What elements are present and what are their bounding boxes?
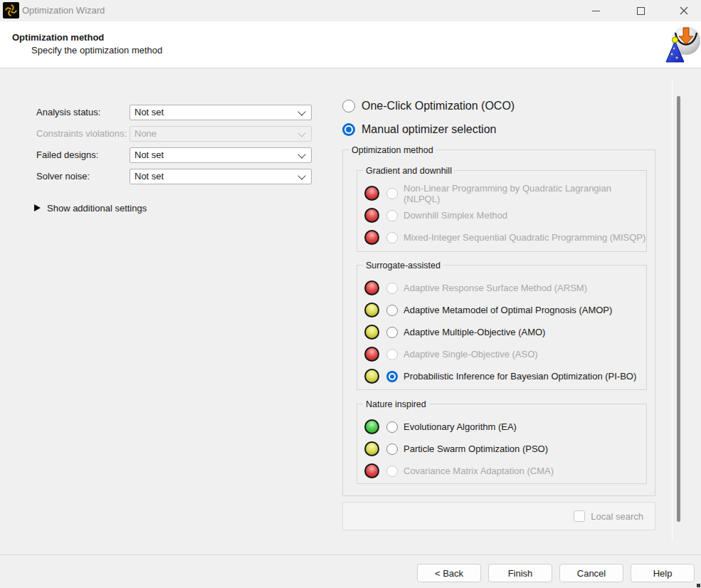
finish-button[interactable]: Finish <box>488 564 552 582</box>
method-row-ea[interactable]: Evolutionary Algorithm (EA) <box>357 416 646 438</box>
show-additional-settings-toggle[interactable]: Show additional settings <box>34 202 147 214</box>
wizard-hat-optimizer-icon <box>664 24 701 65</box>
method-row-pso[interactable]: Particle Swarm Optimization (PSO) <box>357 438 646 460</box>
optimization-method-group-title: Optimization method <box>349 145 436 156</box>
status-indicator-icon <box>364 419 379 434</box>
analysis-status-select[interactable]: Not set <box>130 105 312 120</box>
gradient-downhill-group: Gradient and downhill Non-Linear Program… <box>357 170 647 252</box>
method-radio-pibo[interactable] <box>386 371 398 382</box>
solver-noise-select[interactable]: Not set <box>130 169 312 184</box>
field-label: Solver noise: <box>36 169 90 184</box>
maximize-icon <box>637 7 645 15</box>
method-radio-amo[interactable] <box>386 327 398 338</box>
method-row-pibo[interactable]: Probabilistic Inference for Bayesian Opt… <box>357 365 646 387</box>
method-radio-ea[interactable] <box>386 421 398 433</box>
status-indicator-icon <box>364 303 379 317</box>
show-additional-settings-label: Show additional settings <box>47 203 147 214</box>
settings-field-row: Analysis status: Not set <box>36 105 313 120</box>
cancel-button[interactable]: Cancel <box>559 564 623 582</box>
status-indicator-icon <box>364 463 379 478</box>
optimization-method-group: Optimization method Gradient and downhil… <box>342 149 655 496</box>
optimization-wizard-window: Optimization Wizard Optimization method … <box>0 0 701 588</box>
mode-option-label: Manual optimizer selection <box>362 123 496 136</box>
method-row-amo[interactable]: Adaptive Multiple-Objective (AMO) <box>357 321 646 343</box>
mode-option-label: One-Click Optimization (OCO) <box>362 100 515 112</box>
status-indicator-icon <box>364 347 379 362</box>
field-select-value: Not set <box>135 148 164 162</box>
method-row-amop[interactable]: Adaptive Metamodel of Optimal Prognosis … <box>357 299 646 321</box>
method-label: Adaptive Metamodel of Optimal Prognosis … <box>404 305 612 315</box>
method-label: Non-Linear Programming by Quadratic Lagr… <box>404 183 646 204</box>
method-row-nlpql: Non-Linear Programming by Quadratic Lagr… <box>357 182 646 204</box>
field-label: Failed designs: <box>36 147 98 163</box>
mode-radio-manual[interactable] <box>342 123 355 136</box>
method-row-simplex: Downhill Simplex Method <box>357 204 646 226</box>
minimize-icon <box>592 11 600 11</box>
page-subtitle: Specify the optimization method <box>31 45 162 56</box>
expand-arrow-icon <box>34 204 41 211</box>
local-search-checkbox <box>574 510 585 522</box>
field-label: Constraints violations: <box>36 126 127 142</box>
help-button[interactable]: Help <box>631 564 695 582</box>
method-radio-cma <box>386 466 398 477</box>
wizard-page-header: Optimization method Specify the optimiza… <box>0 21 701 68</box>
method-label: Covariance Matrix Adaptation (CMA) <box>404 466 554 476</box>
constraints-violations-select: None <box>130 126 312 142</box>
method-radio-aso <box>386 349 398 360</box>
settings-field-row: Solver noise: Not set <box>36 169 313 184</box>
method-row-arsm: Adaptive Response Surface Method (ARSM) <box>357 277 646 299</box>
status-indicator-icon <box>364 208 379 223</box>
local-search-label: Local search <box>591 511 643 522</box>
status-indicator-icon <box>364 186 379 201</box>
status-indicator-icon <box>364 325 379 340</box>
close-icon <box>680 6 688 15</box>
app-logo-icon <box>3 2 19 19</box>
settings-field-row: Constraints violations: None <box>36 126 313 142</box>
field-label: Analysis status: <box>36 105 100 120</box>
mode-radio-oco[interactable] <box>342 100 355 112</box>
chevron-down-icon <box>297 107 305 115</box>
status-indicator-icon <box>364 230 379 245</box>
method-radio-simplex <box>386 210 398 221</box>
status-indicator-icon <box>364 280 379 295</box>
close-button[interactable] <box>668 0 700 21</box>
method-label: Adaptive Multiple-Objective (AMO) <box>404 327 545 337</box>
status-indicator-icon <box>364 369 379 384</box>
chevron-down-icon <box>297 172 305 179</box>
field-select-value: Not set <box>135 105 164 120</box>
chevron-down-icon <box>297 129 305 137</box>
back-button[interactable]: < Back <box>417 564 481 582</box>
method-label: Particle Swarm Optimization (PSO) <box>404 443 548 454</box>
method-row-aso: Adaptive Single-Objective (ASO) <box>357 343 646 365</box>
minimize-button[interactable] <box>579 0 612 21</box>
field-select-value: None <box>135 127 157 141</box>
method-radio-nlpql <box>386 188 398 199</box>
resize-grip[interactable] <box>697 584 700 587</box>
method-row-misqp: Mixed-Integer Sequential Quadratic Progr… <box>357 226 646 248</box>
scrollbar-thumb[interactable] <box>677 96 680 522</box>
gradient-downhill-group-title: Gradient and downhill <box>363 165 455 177</box>
mode-option-manual[interactable]: Manual optimizer selection <box>342 122 496 137</box>
window-title: Optimization Wizard <box>22 0 105 21</box>
status-indicator-icon <box>364 441 379 456</box>
method-radio-pso[interactable] <box>386 443 398 455</box>
nature-inspired-group: Nature inspired Evolutionary Algorithm (… <box>357 404 647 484</box>
field-select-value: Not set <box>135 169 164 184</box>
mode-option-oco[interactable]: One-Click Optimization (OCO) <box>342 99 515 113</box>
method-row-cma: Covariance Matrix Adaptation (CMA) <box>357 460 646 482</box>
footer-separator <box>0 555 701 555</box>
page-title: Optimization method <box>12 32 104 43</box>
method-label: Adaptive Single-Objective (ASO) <box>404 349 538 359</box>
method-radio-arsm <box>386 283 398 294</box>
method-radio-misqp <box>386 232 398 243</box>
surrogate-assisted-group-title: Surrogate-assisted <box>363 260 443 271</box>
method-label: Probabilistic Inference for Bayesian Opt… <box>404 371 636 382</box>
nature-inspired-group-title: Nature inspired <box>363 399 429 410</box>
failed-designs-select[interactable]: Not set <box>130 147 312 163</box>
chevron-down-icon <box>297 150 305 158</box>
method-label: Mixed-Integer Sequential Quadratic Progr… <box>404 232 645 243</box>
method-radio-amop[interactable] <box>386 305 398 316</box>
maximize-button[interactable] <box>624 0 657 21</box>
titlebar: Optimization Wizard <box>0 0 701 21</box>
surrogate-assisted-group: Surrogate-assisted Adaptive Response Sur… <box>357 265 647 390</box>
